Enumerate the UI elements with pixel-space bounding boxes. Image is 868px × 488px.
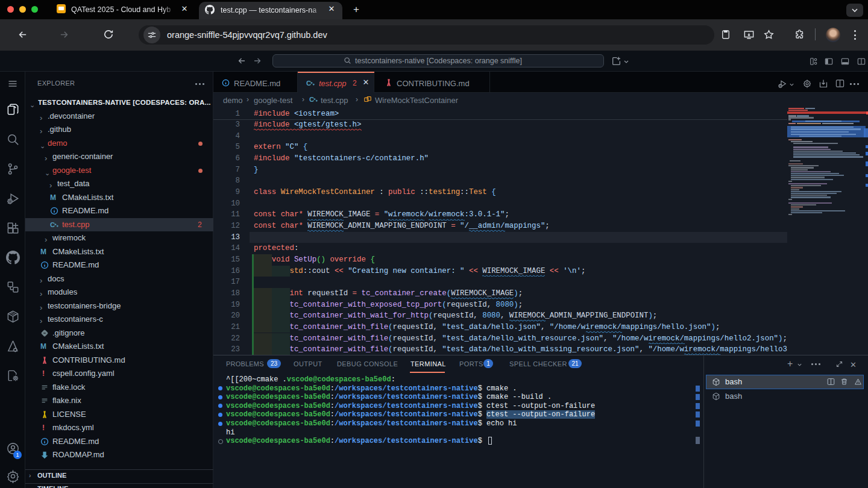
svg-text:C: C (309, 96, 314, 103)
svg-text:C: C (306, 80, 311, 87)
svg-text:C: C (50, 221, 55, 228)
